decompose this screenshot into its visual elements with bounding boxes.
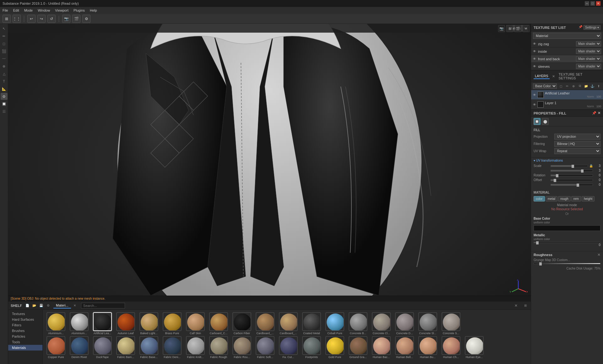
add-fill-layer-btn[interactable]: ◻ [558,83,564,89]
add-mask-btn[interactable]: ⊕ [571,83,576,89]
uv-transforms-title[interactable]: ▾ UV transformations [534,159,600,162]
shelf-save-btn[interactable]: 💾 [38,303,44,308]
mat-item-cardboard2[interactable]: Cardboard_... [254,312,276,335]
minimize-button[interactable]: ─ [585,1,589,6]
shelf-grid-toggle[interactable]: ⊞ [523,303,528,308]
roughness-remove-icon[interactable]: ✕ [597,253,600,257]
mat-item-fabric-rough[interactable]: Fabric Rough [208,336,229,359]
texture-item-inside[interactable]: 👁 inside Main shader [531,48,603,55]
mat-tab-rough[interactable]: rough [558,196,571,201]
mat-item-human-eye[interactable]: Human Eye... [464,336,485,359]
mat-item-baked-light[interactable]: Baked Light... [138,312,160,335]
tool-uv[interactable]: ☷ [1,108,8,115]
mat-item-fabric-knitt[interactable]: Fabric Knitt... [185,336,206,359]
mat-item-fabric-soft[interactable]: Fabric Soft... [254,336,276,359]
shelf-cat-hard-surfaces[interactable]: Hard Surfaces [8,317,42,322]
add-paint-layer-btn[interactable]: ✏ [564,83,570,89]
shelf-tab-materials[interactable]: Materi... [53,303,71,308]
mat-item-cardboard3[interactable]: Cardboard_... [278,312,299,335]
menu-mode[interactable]: Mode [24,8,33,12]
mat-item-fabric-cut[interactable]: Fa. Cut... [278,336,299,359]
mat-item-concrete-sl[interactable]: Concrete Sl... [417,312,438,335]
menu-file[interactable]: File [3,8,8,12]
menu-window[interactable]: Window [38,8,50,12]
reset-button[interactable]: ↺ [47,15,56,23]
shelf-filter-btn[interactable]: ⚙ [45,303,51,308]
tool-eraser[interactable]: ◻ [1,40,8,47]
shelf-cat-tools[interactable]: Tools [8,339,42,345]
texture-item-sleeves[interactable]: 👁 sleeves Main shader [531,63,603,70]
texture-item-zigzag[interactable]: 👁 zig zag Main shader [531,40,603,48]
mat-item-fabric-bam[interactable]: Fabric Bam... [115,336,136,359]
import-resource-btn[interactable]: ⬆ [596,83,601,89]
mat-item-calf-skin[interactable]: Calf Skin [185,312,206,335]
texture-set-list-pin[interactable]: 📌 [579,25,582,30]
mat-item-human-bu[interactable]: Human Bu... [417,336,438,359]
mat-item-carbon-fiber[interactable]: Carbon Fiber [231,312,253,335]
mat-item-concrete-cl[interactable]: Concrete Cl... [371,312,392,335]
shader-select-inside[interactable]: Main shader [576,49,601,54]
duplicate-layer-btn[interactable]: ⧉ [577,83,583,89]
properties-pin-icon[interactable]: 📌 [592,111,596,115]
mat-item-ground-gra[interactable]: Ground Gra... [347,336,369,359]
menu-viewport[interactable]: Viewport [55,8,68,12]
shelf-search-input[interactable] [81,303,125,308]
group-layers-btn[interactable]: 📁 [583,83,589,89]
tool-smear[interactable]: 〰 [1,55,8,62]
mat-item-human-bell[interactable]: Human Bell... [394,336,415,359]
tool-clone[interactable]: ⊕ [1,63,8,70]
mat-item-copper-pure[interactable]: Copper Pure [45,336,67,359]
properties-close-icon[interactable]: ✕ [598,111,600,115]
mat-tab-color[interactable]: color [534,196,545,201]
mat-item-aluminium-gold[interactable]: Aluminium... [45,312,67,335]
main-viewport[interactable]: Material www.rrcg.cn 📷 ⊞ 🎬 ☀ X Y Z [8,24,531,301]
material-type-select[interactable]: Material [533,33,601,39]
shelf-cat-filters[interactable]: Filters [8,322,42,328]
shelf-cat-brushes[interactable]: Brushes [8,328,42,334]
uvwrap-select[interactable]: Repeat [554,148,600,154]
shader-select-zigzag[interactable]: Main shader [576,41,601,46]
roughness-slider[interactable] [534,263,600,264]
layers-tab[interactable]: LAYERS [534,73,550,79]
viewport-render-icon[interactable]: 🎬 [514,25,521,32]
undo-button[interactable]: ↩ [27,15,35,23]
layers-close-icon[interactable]: ✕ [552,74,555,78]
eye-icon-layer2[interactable]: 👁 [533,103,536,106]
tool-transform[interactable]: ⊙ [1,93,8,100]
mat-item-concrete-b[interactable]: Concrete B... [347,312,369,335]
viewport-canvas[interactable]: Material www.rrcg.cn 📷 ⊞ 🎬 ☀ X Y Z [8,24,531,301]
eye-icon-layer1[interactable]: 👁 [533,93,536,97]
mat-tab-height[interactable]: height [582,196,595,201]
eye-icon-sleeves[interactable]: 👁 [533,65,536,68]
mat-item-denim-rivet[interactable]: Denim Rivet [68,336,90,359]
tool-measure[interactable]: 📐 [1,85,8,92]
scale-lock-icon[interactable]: 🔒 [589,164,593,168]
mat-item-cardboard-c[interactable]: Carboard_C... [208,312,229,335]
projection-select[interactable]: UV projection [554,134,600,140]
mat-tab-nrm[interactable]: nrm [571,196,581,201]
metallic-slider[interactable] [534,242,600,243]
material-mode-tab[interactable]: ⬤ [542,118,549,125]
uv-scale-slider[interactable] [551,165,588,167]
mat-item-aluminium[interactable]: Aluminium... [68,312,90,335]
viewport-screenshot-icon[interactable]: 📷 [498,25,505,32]
mat-item-autumn-leaf[interactable]: Autumn Leaf [115,312,136,335]
tool-fill[interactable]: ⬛ [1,48,8,55]
tool-text[interactable]: T [1,78,8,85]
eye-icon-inside[interactable]: 👁 [533,50,536,53]
mat-item-footprints[interactable]: Footprints [301,336,322,359]
right-panel-scroll[interactable]: TEXTURE SET LIST 📌 Settings ▾ Material 👁… [531,24,603,364]
list-view-button[interactable]: ⋮⋮ [13,15,21,23]
eye-icon-frontback[interactable]: 👁 [533,57,536,61]
texture-set-settings-tab[interactable]: TEXTURE SET SETTINGS [557,72,600,81]
tool-bake[interactable]: 🔲 [1,100,8,107]
shelf-content[interactable]: Aluminium...Aluminium...Artificial Lea..… [43,310,531,364]
render-button[interactable]: 🎬 [72,15,80,23]
uv-rotation-slider[interactable] [551,174,593,176]
layer-item-artificial-leather[interactable]: 👁 Artificial Leather Norm 100 [531,90,603,100]
filtering-select[interactable]: Bilinear | HQ [554,141,600,147]
mat-item-brass-pure[interactable]: Brass Pure [161,312,183,335]
eye-icon-zigzag[interactable]: 👁 [533,42,536,46]
uv-offset-slider2[interactable] [551,184,593,186]
mat-item-human-bac[interactable]: Human Bac... [371,336,392,359]
